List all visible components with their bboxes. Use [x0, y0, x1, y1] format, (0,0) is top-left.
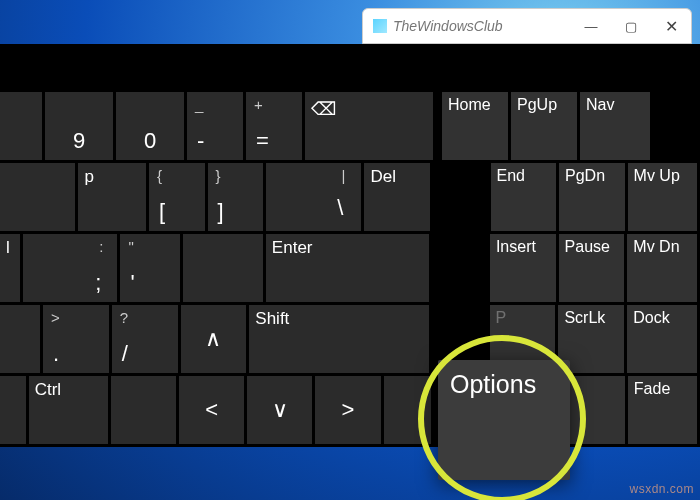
down-arrow-icon: ∨: [272, 397, 288, 423]
close-button[interactable]: ✕: [651, 9, 691, 43]
key-0[interactable]: 0: [116, 92, 184, 160]
key-slash[interactable]: ?/: [112, 305, 178, 373]
key-quote[interactable]: "': [120, 234, 180, 302]
watermark: wsxdn.com: [629, 482, 694, 496]
key-end[interactable]: End: [491, 163, 557, 231]
key-pgdn[interactable]: PgDn: [559, 163, 625, 231]
key-mvdn[interactable]: Mv Dn: [627, 234, 697, 302]
key-blank-r5[interactable]: [111, 376, 176, 444]
maximize-button[interactable]: ▢: [611, 9, 651, 43]
key-fade[interactable]: Fade: [628, 376, 697, 444]
key-partial-left[interactable]: [0, 92, 42, 160]
key-down-arrow[interactable]: ∨: [247, 376, 312, 444]
key-backspace[interactable]: ⌫: [305, 92, 433, 160]
up-arrow-icon: ∧: [205, 326, 221, 352]
key-ctrl[interactable]: Ctrl: [29, 376, 108, 444]
key-period[interactable]: >.: [43, 305, 109, 373]
key-dash[interactable]: _-: [187, 92, 243, 160]
key-partial-r5b[interactable]: [384, 376, 431, 444]
left-arrow-icon: <: [205, 397, 218, 423]
key-mvup[interactable]: Mv Up: [628, 163, 697, 231]
key-dock[interactable]: Dock: [627, 305, 697, 373]
key-up-arrow[interactable]: ∧: [181, 305, 247, 373]
key-partial-r4[interactable]: [0, 305, 40, 373]
key-backslash[interactable]: | \: [266, 163, 361, 231]
key-rbracket[interactable]: }]: [208, 163, 264, 231]
app-icon: [373, 19, 387, 33]
key-nav[interactable]: Nav: [580, 92, 650, 160]
minimize-button[interactable]: —: [571, 9, 611, 43]
app-title: TheWindowsClub: [393, 18, 571, 34]
key-right-arrow[interactable]: >: [315, 376, 380, 444]
key-enter[interactable]: Enter: [266, 234, 429, 302]
right-arrow-icon: >: [342, 397, 355, 423]
backspace-icon: ⌫: [311, 98, 336, 120]
key-home[interactable]: Home: [442, 92, 508, 160]
key-p[interactable]: p: [78, 163, 146, 231]
key-9[interactable]: 9: [45, 92, 113, 160]
options-label: Options: [450, 370, 536, 398]
key-partial-left-2[interactable]: [0, 163, 75, 231]
key-del[interactable]: Del: [364, 163, 430, 231]
key-insert[interactable]: Insert: [490, 234, 556, 302]
key-row-5: Ctrl < ∨ > Fade: [0, 376, 700, 444]
key-equals[interactable]: +=: [246, 92, 302, 160]
key-row-3: l : ; "' Enter Insert Pause Mv Dn: [0, 234, 700, 302]
key-left-arrow[interactable]: <: [179, 376, 244, 444]
key-pause[interactable]: Pause: [559, 234, 625, 302]
key-pgup[interactable]: PgUp: [511, 92, 577, 160]
key-semicolon[interactable]: : ;: [23, 234, 118, 302]
key-partial-r5a[interactable]: [0, 376, 26, 444]
key-row-4: >. ?/ ∧ Shift P ScrLk Dock: [0, 305, 700, 373]
key-lbracket[interactable]: {[: [149, 163, 205, 231]
key-l[interactable]: l: [0, 234, 20, 302]
key-blank-r3[interactable]: [183, 234, 263, 302]
on-screen-keyboard: 9 0 _- += ⌫ Home PgUp Nav p {[ }] | \ De…: [0, 44, 700, 447]
options-tooltip[interactable]: Options: [438, 360, 570, 480]
key-shift[interactable]: Shift: [249, 305, 428, 373]
key-row-1: 9 0 _- += ⌫ Home PgUp Nav: [0, 92, 700, 160]
app-titlebar: TheWindowsClub — ▢ ✕: [362, 8, 692, 44]
key-row-2: p {[ }] | \ Del End PgDn Mv Up: [0, 163, 700, 231]
